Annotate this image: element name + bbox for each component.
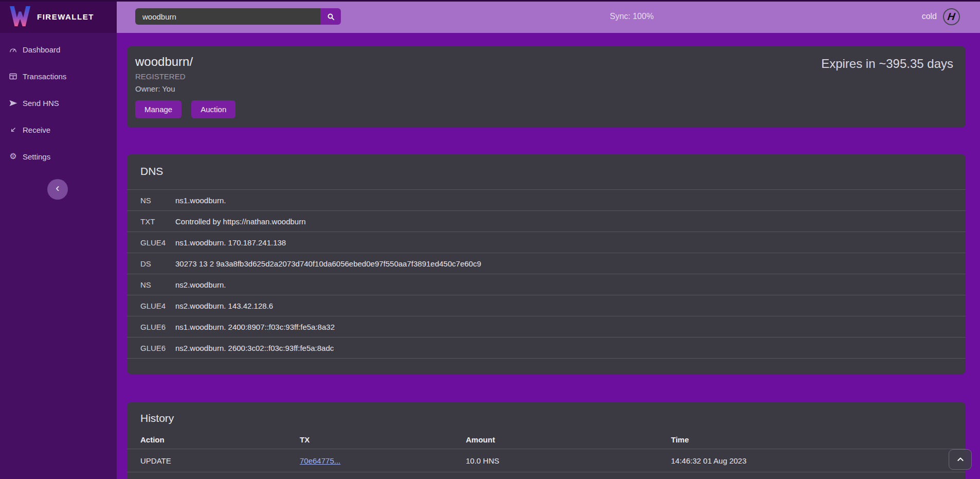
table-icon [9,72,17,81]
dns-record-row: NSns2.woodburn. [127,274,966,295]
chevron-up-icon [956,455,965,464]
history-row: RENEWd7e64b75...10.0 HNS15:47:36 07 Jul … [127,472,966,479]
dns-card: DNS NSns1.woodburn.TXTControlled by http… [127,154,966,374]
sidebar-nav: Dashboard Transactions Send HNS [0,33,117,165]
dns-record-row: GLUE6ns2.woodburn. 2600:3c02::f03c:93ff:… [127,338,966,359]
tx-link[interactable]: 70e64775... [300,456,340,465]
dns-record-row: GLUE6ns1.woodburn. 2400:8907::f03c:93ff:… [127,316,966,338]
main-content: woodburn/ REGISTERED Owner: You Manage A… [117,33,980,479]
dns-record-type: GLUE6 [140,323,175,331]
dns-title: DNS [127,164,966,179]
sidebar-collapse-button[interactable]: ‹ [47,179,68,200]
window-top-edge [0,0,980,2]
sidebar-item-label: Receive [23,126,50,134]
history-time: 14:46:32 01 Aug 2023 [671,456,966,465]
domain-actions: Manage Auction [135,100,953,118]
wallet-name: cold [922,12,937,21]
domain-card: woodburn/ REGISTERED Owner: You Manage A… [127,46,966,128]
sidebar-item-label: Settings [23,152,50,161]
expiry-label: Expires in ~395.35 days [821,57,953,71]
history-row: UPDATE70e64775...10.0 HNS14:46:32 01 Aug… [127,449,966,472]
dns-record-type: NS [140,280,175,289]
history-header-row: Action TX Amount Time [127,430,966,449]
history-tx-cell: 70e64775... [300,456,466,465]
sidebar-item-label: Send HNS [23,99,59,108]
dns-record-value: ns2.woodburn. 143.42.128.6 [175,301,273,310]
sidebar-item-send-hns[interactable]: Send HNS [0,95,117,111]
dns-record-value: Controlled by https://nathan.woodburn [175,217,306,226]
dns-record-value: ns1.woodburn. [175,196,226,205]
brand-header: FIREWALLET [0,0,117,33]
gauge-icon [9,45,17,54]
sidebar-item-label: Transactions [23,72,66,81]
history-action: UPDATE [140,456,300,465]
arrow-down-left-icon [9,126,17,134]
history-amount: 10.0 HNS [466,456,671,465]
column-header-amount: Amount [466,435,671,444]
search-button[interactable] [320,8,341,25]
sidebar-item-label: Dashboard [23,45,60,54]
dns-record-value: ns1.woodburn. 2400:8907::f03c:93ff:fe5a:… [175,323,335,331]
history-card: History Action TX Amount Time UPDATE70e6… [127,402,966,479]
dns-record-type: TXT [140,217,175,226]
history-title: History [127,411,966,426]
paper-plane-icon [9,99,17,108]
dns-record-type: GLUE6 [140,344,175,352]
dns-record-value: ns2.woodburn. [175,280,226,289]
sidebar-item-receive[interactable]: Receive [0,121,117,138]
search-icon [326,12,335,21]
handshake-h-icon[interactable]: H [943,8,960,25]
topbar: Sync: 100% cold H [117,0,980,33]
dns-record-row: DS30273 13 2 9a3a8fb3d625d2a2073d740f10d… [127,253,966,274]
dns-record-type: GLUE4 [140,301,175,310]
brand-name: FIREWALLET [37,12,94,21]
auction-button[interactable]: Auction [191,100,235,118]
history-table: UPDATE70e64775...10.0 HNS14:46:32 01 Aug… [127,449,966,479]
sync-status: Sync: 100% [610,0,654,33]
dns-record-type: NS [140,196,175,205]
sidebar-item-dashboard[interactable]: Dashboard [0,41,117,58]
column-header-tx: TX [300,435,466,444]
manage-button[interactable]: Manage [135,100,182,118]
dns-record-row: GLUE4ns2.woodburn. 143.42.128.6 [127,295,966,316]
dns-record-row: NSns1.woodburn. [127,190,966,211]
firewallet-logo-icon [8,6,32,27]
domain-owner: Owner: You [135,84,953,94]
wallet-group: cold H [922,0,960,33]
column-header-action: Action [140,435,300,444]
sidebar: FIREWALLET Dashboard Transactions [0,0,117,479]
sidebar-item-settings[interactable]: ⚙ Settings [0,148,117,165]
column-header-time: Time [671,435,966,444]
dns-record-type: DS [140,259,175,268]
search-group [135,8,341,25]
scroll-to-top-button[interactable] [949,449,972,470]
search-input[interactable] [135,8,320,25]
gear-icon: ⚙ [9,152,17,161]
dns-record-value: ns1.woodburn. 170.187.241.138 [175,238,286,247]
dns-record-row: TXTControlled by https://nathan.woodburn [127,211,966,232]
dns-record-value: ns2.woodburn. 2600:3c02::f03c:93ff:fe5a:… [175,344,334,352]
chevron-left-icon: ‹ [56,183,59,194]
dns-table: NSns1.woodburn.TXTControlled by https://… [127,190,966,359]
dns-record-value: 30273 13 2 9a3a8fb3d625d2a2073d740f10da6… [175,259,481,268]
sidebar-item-transactions[interactable]: Transactions [0,68,117,84]
domain-status: REGISTERED [135,72,953,82]
dns-record-row: GLUE4ns1.woodburn. 170.187.241.138 [127,232,966,253]
dns-record-type: GLUE4 [140,238,175,247]
